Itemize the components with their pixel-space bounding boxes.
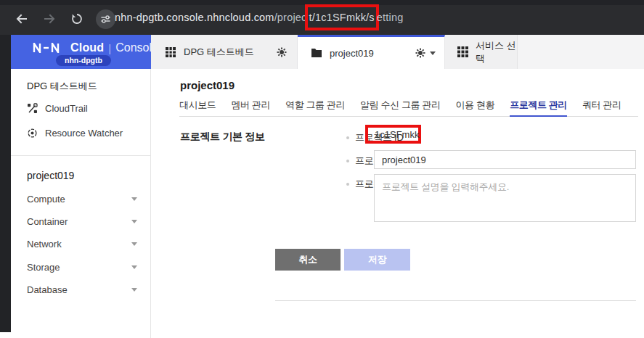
sidebar-menu-compute[interactable]: Compute	[27, 194, 137, 205]
sidebar-item-label: CloudTrail	[45, 103, 88, 114]
tab-dashboard[interactable]: 대시보드	[179, 99, 216, 116]
bullet-icon	[346, 136, 349, 139]
project-description-textarea[interactable]	[374, 174, 636, 222]
tab-quota-management[interactable]: 쿼터 관리	[582, 99, 621, 116]
sidebar-org-name[interactable]: DPG 테스트베드	[27, 80, 97, 93]
sidebar-item-resource-watcher[interactable]: Resource Watcher	[27, 128, 123, 139]
menu-label: Storage	[27, 262, 60, 273]
sidebar-menu-database[interactable]: Database	[27, 284, 137, 295]
project-name-input[interactable]	[374, 150, 636, 169]
tab-org-dpg-testbed[interactable]: DPG 테스트베드	[151, 35, 298, 69]
chevron-down-icon	[131, 288, 137, 292]
bullet-icon	[346, 183, 349, 186]
tab-notification-group-management[interactable]: 알림 수신 그룹 관리	[360, 99, 440, 116]
section-title-basic-info: 프로젝트 기본 정보	[180, 131, 265, 144]
reload-icon[interactable]	[68, 10, 86, 28]
org-badge: nhn-dpgtb	[56, 55, 111, 66]
sidebar-item-label: Resource Watcher	[45, 128, 123, 139]
sidebar-project-name[interactable]: project019	[27, 170, 74, 181]
site-info-icon[interactable]	[96, 9, 115, 29]
section-bottom-divider	[275, 300, 636, 301]
tab-org-label: DPG 테스트베드	[184, 46, 254, 59]
project-id-value: 1c1SFmkk	[368, 129, 419, 140]
nhn-logo-icon	[33, 43, 66, 53]
chevron-down-icon	[131, 242, 137, 246]
cloudtrail-icon	[27, 103, 38, 114]
menu-label: Database	[27, 284, 68, 295]
tab-usage-status[interactable]: 이용 현황	[456, 99, 495, 116]
org-grid-icon	[165, 46, 176, 58]
save-button[interactable]: 저장	[344, 249, 410, 271]
org-settings-gear-icon[interactable]	[277, 47, 287, 57]
cancel-button[interactable]: 취소	[275, 249, 341, 271]
bullet-icon	[346, 160, 349, 162]
apps-grid-icon	[457, 46, 468, 57]
sidebar-menu-container[interactable]: Container	[27, 216, 137, 227]
project-tabs: 대시보드 멤버 관리 역할 그룹 관리 알림 수신 그룹 관리 이용 현황 프로…	[179, 99, 638, 117]
tab-service-label: 서비스 선택	[476, 39, 517, 65]
chevron-down-icon	[131, 197, 137, 201]
tab-project-management[interactable]: 프로젝트 관리	[510, 99, 567, 117]
back-icon[interactable]	[13, 10, 30, 28]
page-title: project019	[180, 79, 235, 91]
menu-label: Network	[27, 239, 62, 250]
tab-member-management[interactable]: 멤버 관리	[231, 99, 270, 116]
resource-watcher-icon	[27, 128, 38, 139]
logo-separator: |	[108, 42, 111, 54]
folder-icon	[311, 48, 322, 58]
menu-label: Compute	[27, 194, 65, 205]
chevron-down-icon	[131, 220, 137, 223]
tab-service-select[interactable]: 서비스 선택	[445, 35, 518, 69]
project-id-highlight-box: 1c1SFmkk	[365, 125, 421, 144]
left-black-strip	[0, 35, 11, 332]
url-path-after: etting	[377, 12, 404, 23]
tab-project019[interactable]: project019	[298, 35, 445, 69]
project-settings-gear-icon[interactable]	[415, 48, 425, 58]
screen: nhn-dpgtb.console.nhncloud.com/project/1…	[0, 0, 644, 338]
sidebar-item-cloudtrail[interactable]: CloudTrail	[27, 103, 88, 114]
project-caret-down-icon[interactable]	[430, 51, 436, 55]
address-bar[interactable]: nhn-dpgtb.console.nhncloud.com/project/1…	[115, 0, 403, 35]
url-highlight-box: t/1c1SFmkk/s	[305, 4, 379, 30]
tab-project-label: project019	[330, 48, 374, 59]
nhn-cloud-logo[interactable]: Cloud | Console nhn-dpgtb	[11, 35, 151, 69]
sidebar-menu-network[interactable]: Network	[27, 239, 137, 250]
browser-chrome: nhn-dpgtb.console.nhncloud.com/project/1…	[0, 0, 644, 35]
main-content: project019 대시보드 멤버 관리 역할 그룹 관리 알림 수신 그룹 …	[151, 69, 644, 338]
forward-icon[interactable]	[41, 10, 58, 28]
sidebar: DPG 테스트베드 CloudTrail Resource Watcher pr…	[11, 69, 151, 338]
chevron-down-icon	[131, 265, 137, 269]
sidebar-divider	[11, 155, 150, 156]
url-path-before: /projec	[274, 12, 307, 23]
sidebar-menu-storage[interactable]: Storage	[27, 262, 137, 273]
logo-cloud-text: Cloud	[70, 41, 104, 54]
console-tab-bar: DPG 테스트베드 project019 서비스 선택	[151, 35, 644, 69]
tab-role-group-management[interactable]: 역할 그룹 관리	[285, 99, 345, 116]
menu-label: Container	[27, 216, 68, 227]
url-domain: nhn-dpgtb.console.nhncloud.com	[115, 12, 274, 23]
